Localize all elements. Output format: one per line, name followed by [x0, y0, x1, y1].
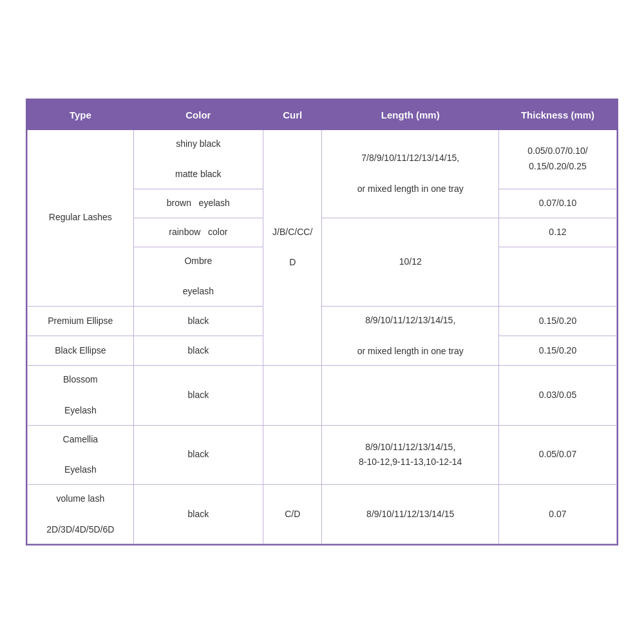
cell-color-blossom: black: [133, 366, 263, 425]
cell-thickness-blossom: 0.03/0.05: [498, 366, 616, 425]
table-row: BlossomEyelash black 0.03/0.05: [28, 366, 617, 425]
header-type: Type: [28, 100, 134, 129]
cell-length-7to15: 7/8/9/10/11/12/13/14/15,or mixed length …: [322, 129, 499, 218]
cell-curl-jbccd: J/B/C/CC/D: [263, 129, 322, 366]
table-row: volume lash2D/3D/4D/5D/6D black C/D 8/9/…: [28, 485, 617, 544]
table-row: Regular Lashes shiny blackmatte black J/…: [28, 129, 617, 189]
cell-type-premium: Premium Ellipse: [28, 306, 134, 336]
cell-curl-volume: C/D: [263, 485, 322, 544]
header-thickness: Thickness (mm): [498, 100, 616, 129]
cell-type-camellia: CamelliaEyelash: [28, 425, 134, 484]
cell-color-rainbow: rainbow color: [133, 218, 263, 247]
cell-color-shiny-matte: shiny blackmatte black: [133, 129, 263, 189]
cell-type-black-ellipse: Black Ellipse: [28, 336, 134, 366]
cell-color-ombre: Ombreeyelash: [133, 247, 263, 306]
cell-thickness-row3: 0.12: [498, 218, 616, 247]
cell-length-volume: 8/9/10/11/12/13/14/15: [322, 485, 499, 544]
cell-length-camellia: 8/9/10/11/12/13/14/15,8-10-12,9-11-13,10…: [322, 425, 499, 484]
header-length: Length (mm): [322, 100, 499, 129]
header-curl: Curl: [263, 100, 322, 129]
cell-color-volume: black: [133, 485, 263, 544]
product-table-wrapper: Type Color Curl Length (mm) Thickness (m…: [26, 99, 618, 546]
cell-curl-camellia: [263, 425, 322, 484]
cell-thickness-black-ellipse: 0.15/0.20: [498, 336, 616, 366]
cell-thickness-row2: 0.07/0.10: [498, 189, 616, 218]
cell-type-regular: Regular Lashes: [28, 129, 134, 306]
cell-thickness-camellia: 0.05/0.07: [498, 425, 616, 484]
cell-thickness-volume: 0.07: [498, 485, 616, 544]
cell-color-black-ellipse: black: [133, 336, 263, 366]
cell-length-1012: 10/12: [322, 218, 499, 306]
table-row: Premium Ellipse black 8/9/10/11/12/13/14…: [28, 306, 617, 336]
product-table: Type Color Curl Length (mm) Thickness (m…: [27, 100, 617, 545]
cell-type-volume: volume lash2D/3D/4D/5D/6D: [28, 485, 134, 544]
cell-thickness-premium: 0.15/0.20: [498, 306, 616, 336]
cell-curl-blossom: [263, 366, 322, 425]
cell-thickness-row4: [498, 247, 616, 306]
cell-color-camellia: black: [133, 425, 263, 484]
cell-color-premium: black: [133, 306, 263, 336]
table-row: CamelliaEyelash black 8/9/10/11/12/13/14…: [28, 425, 617, 484]
cell-thickness-row1: 0.05/0.07/0.10/0.15/0.20/0.25: [498, 129, 616, 189]
cell-color-brown: brown eyelash: [133, 189, 263, 218]
cell-length-blossom: [322, 366, 499, 425]
cell-length-8to15-shared: 8/9/10/11/12/13/14/15,or mixed length in…: [322, 306, 499, 365]
cell-type-blossom: BlossomEyelash: [28, 366, 134, 425]
header-color: Color: [133, 100, 263, 129]
